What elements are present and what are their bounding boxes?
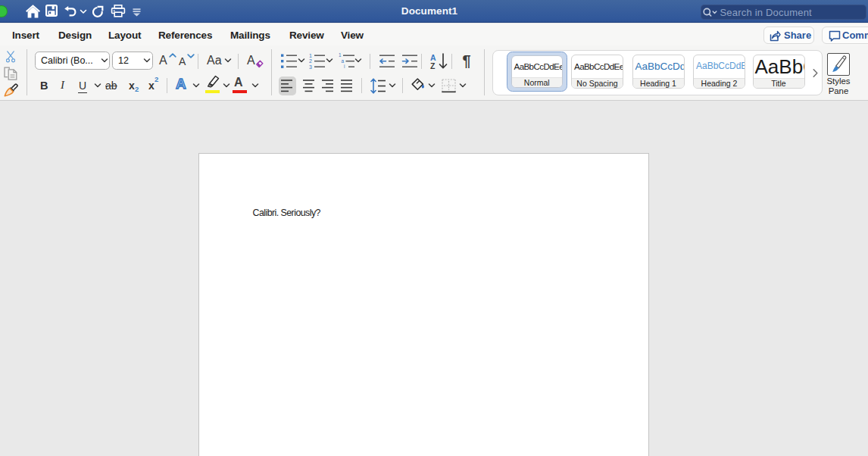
svg-text:2: 2: [309, 58, 312, 64]
svg-text:a: a: [342, 58, 345, 64]
svg-text:1: 1: [339, 52, 342, 58]
svg-text:3: 3: [309, 64, 312, 70]
svg-text:i: i: [344, 64, 345, 69]
svg-text:1: 1: [309, 53, 312, 58]
